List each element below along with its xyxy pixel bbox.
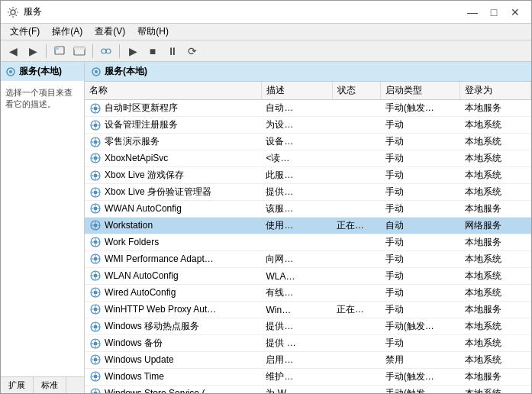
cell-name: Windows Store Service (… — [85, 386, 237, 393]
toolbar-play[interactable]: ▶ — [124, 43, 142, 60]
cell-startup: 手动 — [381, 302, 460, 318]
cell-desc: 设备… — [261, 134, 332, 150]
service-icon — [89, 119, 102, 131]
cell-logon: 本地系统 — [460, 117, 531, 134]
table-row[interactable]: Work Folders手动本地服务 — [85, 234, 531, 251]
table-row[interactable]: 设备管理注册服务为设…手动本地系统 — [85, 117, 531, 134]
svg-rect-4 — [74, 47, 85, 50]
svg-point-109 — [94, 375, 98, 379]
toolbar-back[interactable]: ◀ — [4, 43, 22, 60]
table-row[interactable]: WWAN AutoConfig该服…手动本地服务 — [85, 201, 531, 218]
cell-status — [332, 167, 381, 184]
service-icon — [89, 186, 102, 199]
col-header-status[interactable]: 状态 — [332, 82, 381, 100]
table-row[interactable]: Windows Update启用…禁用本地系统 — [85, 352, 531, 369]
menu-file[interactable]: 文件(F) — [4, 24, 46, 40]
maximize-button[interactable]: □ — [484, 5, 504, 20]
toolbar-pause[interactable]: ⏸ — [163, 43, 182, 60]
toolbar-stop[interactable]: ■ — [143, 43, 162, 60]
table-row[interactable]: Workstation使用…正在…自动网络服务 — [85, 218, 531, 234]
table-row[interactable]: Windows 备份提供 …手动本地系统 — [85, 335, 531, 352]
cell-startup: 手动 — [381, 134, 460, 150]
table-row[interactable]: WMI Performance Adapt…向网…手动本地系统 — [85, 251, 531, 268]
table-row[interactable]: WLAN AutoConfigWLA…手动本地系统 — [85, 268, 531, 285]
table-row[interactable]: Windows Time维护…手动(触发…本地服务 — [85, 369, 531, 386]
toolbar-forward[interactable]: ▶ — [24, 43, 42, 60]
svg-point-61 — [94, 241, 98, 244]
cell-name: WMI Performance Adapt… — [85, 251, 237, 266]
svg-point-49 — [94, 207, 98, 211]
sidebar: 服务(本地) 选择一个项目来查看它的描述。 扩展 标准 — [1, 62, 85, 393]
cell-startup: 手动 — [381, 234, 460, 251]
table-row[interactable]: Wired AutoConfig有线…手动本地系统 — [85, 285, 531, 302]
cell-status — [332, 386, 381, 394]
menu-view[interactable]: 查看(V) — [89, 24, 131, 40]
cell-desc: 该服… — [261, 201, 332, 218]
cell-logon: 本地系统 — [460, 251, 531, 268]
close-button[interactable]: ✕ — [505, 5, 525, 20]
service-icon — [89, 303, 102, 315]
cell-status: 正在… — [332, 218, 381, 234]
service-icon — [89, 270, 102, 282]
table-row[interactable]: Xbox Live 身份验证管理器提供…手动本地系统 — [85, 184, 531, 201]
main-area: 服务(本地) 选择一个项目来查看它的描述。 扩展 标准 服务(本地) — [1, 62, 531, 393]
service-icon — [89, 152, 102, 164]
cell-status — [332, 234, 381, 251]
table-row[interactable]: 零售演示服务设备…手动本地系统 — [85, 134, 531, 150]
cell-logon: 本地系统 — [460, 150, 531, 167]
cell-startup: 手动 — [381, 285, 460, 302]
minimize-button[interactable]: — — [463, 5, 482, 20]
cell-name: Windows Update — [85, 352, 237, 367]
window-title: 服务 — [24, 5, 42, 18]
cell-logon: 本地系统 — [460, 285, 531, 302]
table-row[interactable]: Windows Store Service (…为 W…手动(触发…本地系统 — [85, 386, 531, 394]
table-row[interactable]: 自动时区更新程序自动…手动(触发…本地服务 — [85, 100, 531, 117]
cell-startup: 手动(触发… — [381, 369, 460, 386]
toolbar-restart[interactable]: ⟳ — [183, 43, 202, 60]
content-icon — [91, 66, 102, 77]
svg-point-67 — [94, 257, 98, 261]
table-row[interactable]: WinHTTP Web Proxy Aut…Win…正在…手动本地服务 — [85, 302, 531, 318]
service-icon — [89, 370, 102, 383]
cell-startup: 手动 — [381, 150, 460, 167]
cell-name: Windows 移动热点服务 — [85, 318, 237, 334]
menu-action[interactable]: 操作(A) — [46, 24, 89, 40]
col-header-startup[interactable]: 启动类型 — [381, 82, 460, 100]
col-header-name[interactable]: 名称 — [85, 82, 261, 100]
cell-startup: 禁用 — [381, 352, 460, 369]
cell-startup: 手动(触发… — [381, 100, 460, 117]
svg-point-115 — [94, 392, 98, 394]
cell-desc: 为 W… — [261, 386, 332, 394]
menu-help[interactable]: 帮助(H) — [131, 24, 175, 40]
cell-status — [332, 268, 381, 285]
table-container[interactable]: 名称 描述 状态 启动类型 登录为 自动时区更新程序自动…手动(触发…本地服务设… — [85, 82, 531, 393]
svg-point-79 — [94, 291, 98, 295]
toolbar-up[interactable] — [50, 43, 69, 60]
tab-extend[interactable]: 扩展 — [1, 377, 34, 393]
cell-logon: 本地系统 — [460, 386, 531, 394]
col-header-desc[interactable]: 描述 — [261, 82, 332, 100]
cell-logon: 本地系统 — [460, 352, 531, 369]
col-header-logon[interactable]: 登录为 — [460, 82, 531, 100]
svg-point-6 — [106, 49, 111, 53]
service-icon — [89, 236, 102, 248]
main-window: 服务 — □ ✕ 文件(F) 操作(A) 查看(V) 帮助(H) ◀ ▶ ▶ ■… — [0, 0, 532, 394]
cell-status — [332, 134, 381, 150]
table-row[interactable]: XboxNetApiSvc<读…手动本地系统 — [85, 150, 531, 167]
svg-point-0 — [11, 10, 15, 15]
cell-name: 零售演示服务 — [85, 134, 237, 150]
toolbar-connect[interactable] — [97, 43, 115, 60]
tab-standard[interactable]: 标准 — [34, 377, 66, 393]
toolbar-refresh[interactable] — [70, 43, 89, 60]
cell-status — [332, 150, 381, 167]
service-icon — [89, 102, 102, 115]
cell-desc: 提供 … — [261, 335, 332, 352]
cell-startup: 自动 — [381, 218, 460, 234]
table-row[interactable]: Windows 移动热点服务提供…手动(触发…本地系统 — [85, 318, 531, 335]
svg-point-19 — [94, 123, 98, 127]
cell-logon: 本地系统 — [460, 268, 531, 285]
svg-point-37 — [94, 173, 98, 177]
menu-bar: 文件(F) 操作(A) 查看(V) 帮助(H) — [1, 24, 531, 40]
table-row[interactable]: Xbox Live 游戏保存此服…手动本地系统 — [85, 167, 531, 184]
cell-name: XboxNetApiSvc — [85, 150, 237, 166]
